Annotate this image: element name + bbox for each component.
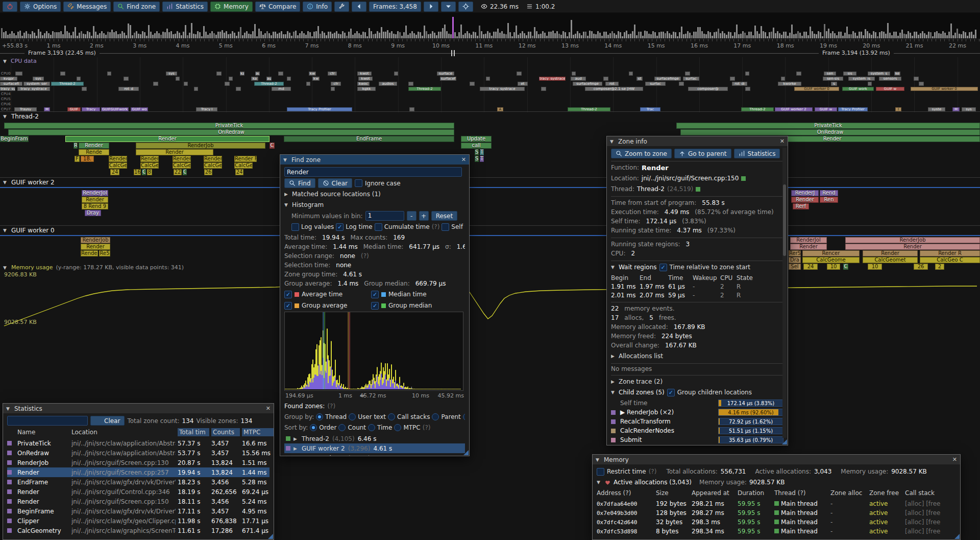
cpu-segment[interactable] bbox=[77, 77, 81, 81]
frame-bar[interactable] bbox=[752, 35, 754, 38]
frame-bar[interactable] bbox=[950, 24, 952, 38]
sort-by-radio-order[interactable] bbox=[310, 424, 317, 431]
frame-bar[interactable] bbox=[154, 33, 156, 38]
thread-header-guif-worker-0[interactable]: ▼GUIF worker 0 bbox=[3, 227, 55, 234]
frame-bar[interactable] bbox=[28, 34, 29, 38]
frame-bar[interactable] bbox=[530, 32, 531, 38]
frame-bar[interactable] bbox=[360, 35, 362, 38]
frame-bar[interactable] bbox=[177, 31, 178, 38]
frame-bar[interactable] bbox=[905, 34, 907, 38]
timeline-zone-r[interactable]: R bbox=[74, 143, 78, 149]
frame-bar[interactable] bbox=[677, 36, 678, 38]
frame-bar[interactable] bbox=[334, 33, 335, 38]
scrollbar[interactable] bbox=[782, 148, 787, 438]
frame-bar[interactable] bbox=[358, 33, 360, 38]
frame-bar[interactable] bbox=[391, 31, 393, 38]
column-header-counts[interactable]: Counts bbox=[211, 428, 240, 436]
frame-bar[interactable] bbox=[803, 32, 805, 38]
frame-bar[interactable] bbox=[961, 34, 962, 38]
frame-bar[interactable] bbox=[393, 34, 395, 38]
column-header-call-stack[interactable]: Call stack bbox=[905, 489, 956, 497]
frame-bar[interactable] bbox=[121, 31, 123, 38]
frame-bar[interactable] bbox=[266, 31, 268, 38]
frame-bar[interactable] bbox=[458, 32, 460, 38]
frame-bar[interactable] bbox=[695, 32, 697, 38]
average-time-checkbox[interactable] bbox=[284, 291, 292, 298]
frame-bar[interactable] bbox=[138, 34, 139, 38]
frame-bar[interactable] bbox=[428, 34, 429, 38]
column-header-zone-alloc[interactable]: Zone alloc bbox=[830, 489, 866, 497]
statistics-row-privatetick[interactable]: PrivateTickjni/../jni/src/claw/applicati… bbox=[7, 438, 270, 448]
timeline-zone-f[interactable]: F bbox=[75, 156, 80, 162]
frame-bar[interactable] bbox=[107, 32, 109, 38]
cpu-segment[interactable]: kw bbox=[309, 72, 316, 76]
timeline-zone-rende[interactable]: Rende bbox=[79, 149, 109, 155]
frame-bar[interactable] bbox=[842, 36, 844, 38]
cpu-segment[interactable]: GUIF wo bbox=[131, 107, 148, 111]
frame-bar[interactable] bbox=[881, 31, 883, 38]
frame-bar[interactable] bbox=[430, 34, 431, 38]
frame-bar[interactable] bbox=[244, 33, 246, 38]
frame-bar[interactable] bbox=[117, 34, 119, 38]
group-by-radio-user-text[interactable] bbox=[349, 413, 356, 420]
cpu-segment[interactable]: surfac bbox=[683, 77, 699, 81]
frame-bar[interactable] bbox=[807, 35, 809, 38]
frame-bar[interactable] bbox=[569, 32, 570, 38]
frame-bar[interactable] bbox=[546, 36, 548, 38]
frame-bar[interactable] bbox=[32, 31, 33, 38]
matched-source-locations-fold[interactable]: ▶ Matched source locations (1) bbox=[284, 190, 465, 199]
zone-info-title-bar[interactable]: ▼ Zone info ✕ bbox=[607, 136, 788, 146]
frame-bar[interactable] bbox=[589, 31, 591, 38]
frame-bar[interactable] bbox=[68, 33, 70, 38]
close-icon[interactable]: ✕ bbox=[266, 405, 271, 412]
find-zone-histogram[interactable] bbox=[284, 312, 463, 391]
frame-bar[interactable] bbox=[277, 34, 278, 38]
frame-bar[interactable] bbox=[242, 35, 243, 38]
frame-bar[interactable] bbox=[595, 34, 597, 38]
timeline-zone-renderjob[interactable]: RenderJob bbox=[81, 237, 110, 243]
frame-bar[interactable] bbox=[395, 34, 397, 38]
frame-bar[interactable] bbox=[160, 35, 162, 38]
frame-bar[interactable] bbox=[765, 32, 766, 38]
frame-bar[interactable] bbox=[877, 36, 878, 38]
cpu-segment[interactable]: sys bbox=[33, 77, 44, 81]
frame-bar[interactable] bbox=[946, 35, 948, 38]
frame-label-left[interactable]: Frame 3,193 (22.45 ms) bbox=[24, 50, 100, 56]
frame-bar[interactable] bbox=[434, 33, 435, 38]
frame-bar[interactable] bbox=[195, 34, 197, 38]
frame-bar[interactable] bbox=[152, 35, 154, 38]
frame-bar[interactable] bbox=[268, 33, 270, 38]
statistics-row-calcgeometry[interactable]: CalcGeometryjni/../jni/src/claw/graphics… bbox=[7, 526, 270, 535]
frame-bar[interactable] bbox=[322, 31, 323, 38]
timeline-zone-s[interactable]: S bbox=[475, 156, 479, 162]
column-header-total-tim[interactable]: Total tim bbox=[178, 428, 209, 436]
frame-bar[interactable] bbox=[728, 32, 729, 38]
frame-bar[interactable] bbox=[328, 32, 329, 38]
frame-bar[interactable] bbox=[85, 34, 86, 38]
frame-bar[interactable] bbox=[256, 36, 258, 38]
frame-bar[interactable] bbox=[287, 31, 288, 38]
frame-bar[interactable] bbox=[691, 35, 693, 38]
frame-bar[interactable] bbox=[501, 31, 503, 38]
frame-bar[interactable] bbox=[622, 36, 623, 38]
frame-bar[interactable] bbox=[197, 31, 199, 38]
histogram-fold[interactable]: ▼ Histogram bbox=[284, 200, 465, 209]
cpu-segment[interactable] bbox=[919, 82, 924, 86]
timeline-zone-rend[interactable]: Rend bbox=[820, 190, 838, 196]
frame-bar[interactable] bbox=[464, 33, 466, 38]
frame-bar[interactable] bbox=[618, 31, 619, 38]
frame-bar[interactable] bbox=[724, 33, 725, 38]
frame-bar[interactable] bbox=[738, 34, 740, 38]
frame-bar[interactable] bbox=[156, 31, 158, 38]
frame-bar[interactable] bbox=[238, 32, 239, 38]
frame-bar[interactable] bbox=[273, 32, 274, 38]
frame-bar[interactable] bbox=[303, 33, 305, 38]
timeline-zone-renderjob[interactable]: RenderJob bbox=[845, 237, 980, 243]
group-by-radio-thread[interactable] bbox=[316, 413, 323, 420]
frame-bar[interactable] bbox=[397, 31, 399, 38]
frame-bar[interactable] bbox=[230, 34, 231, 38]
frame-bar[interactable] bbox=[758, 34, 760, 38]
frame-bar[interactable] bbox=[350, 29, 352, 38]
frame-bar[interactable] bbox=[632, 31, 633, 38]
frame-bar[interactable] bbox=[716, 32, 717, 38]
